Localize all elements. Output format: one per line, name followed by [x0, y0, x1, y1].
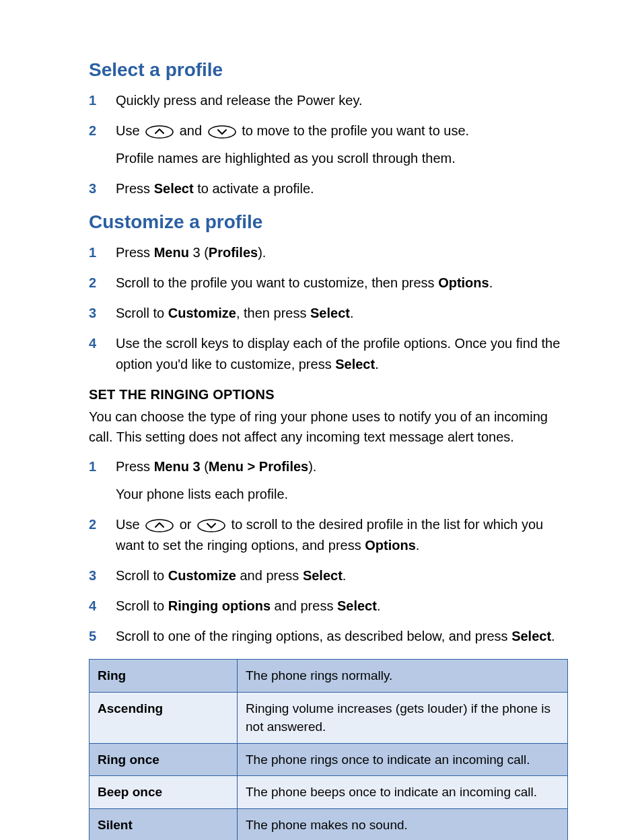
text: and	[180, 123, 206, 138]
step-number: 3	[89, 303, 96, 324]
text: .	[377, 598, 381, 613]
step: 1 Press Menu 3 (Menu > Profiles). Your p…	[89, 456, 568, 505]
step: 1 Quickly press and release the Power ke…	[89, 90, 568, 111]
step: 3 Scroll to Customize, then press Select…	[89, 303, 568, 324]
step-text: Use and to move to the profile you want …	[116, 123, 568, 169]
option-name: Silent	[90, 808, 238, 840]
text: Scroll to the profile you want to custom…	[116, 275, 438, 290]
step: 2 Use or to scroll to the desired profil…	[89, 514, 568, 556]
option-desc: The phone rings once to indicate an inco…	[238, 743, 568, 776]
text: Press	[116, 459, 154, 474]
step-subtext: Profile names are highlighted as you scr…	[116, 148, 568, 169]
step-text: Use the scroll keys to display each of t…	[116, 336, 560, 372]
step-text: Press Menu 3 (Profiles).	[116, 245, 266, 260]
text: .	[343, 568, 347, 583]
steps-customize-profile: 1 Press Menu 3 (Profiles). 2 Scroll to t…	[89, 242, 568, 375]
table-row: Silent The phone makes no sound.	[90, 808, 568, 840]
step: 4 Scroll to Ringing options and press Se…	[89, 596, 568, 617]
scroll-up-icon	[145, 518, 174, 533]
step-text: Press Select to activate a profile.	[116, 181, 314, 196]
table-row: Ring The phone rings normally.	[90, 660, 568, 693]
step: 5 Scroll to one of the ringing options, …	[89, 626, 568, 647]
text: Scroll to	[116, 598, 168, 613]
text: Scroll to	[116, 568, 168, 583]
text: Use	[116, 123, 143, 138]
text: ).	[258, 245, 266, 260]
text: 3 (	[189, 245, 209, 260]
text: to activate a profile.	[194, 181, 314, 196]
table-row: Ring once The phone rings once to indica…	[90, 743, 568, 776]
step-text: Scroll to one of the ringing options, as…	[116, 629, 555, 643]
option-desc: The phone rings normally.	[238, 660, 568, 693]
text: Press	[116, 245, 154, 260]
text: .	[551, 629, 555, 643]
step: 4 Use the scroll keys to display each of…	[89, 333, 568, 375]
text-bold: Select	[154, 181, 194, 196]
step-subtext: Your phone lists each profile.	[116, 484, 568, 505]
step-text: Use or to scroll to the desired profile …	[116, 517, 543, 553]
text-bold: Select	[310, 306, 350, 320]
text: and press	[236, 568, 303, 583]
text: to move to the profile you want to use.	[242, 123, 469, 138]
ringing-options-table: Ring The phone rings normally. Ascending…	[89, 659, 568, 840]
text-bold: Options	[365, 538, 416, 553]
step: 1 Press Menu 3 (Profiles).	[89, 242, 568, 263]
step: 2 Use and to move to the profile you wan…	[89, 120, 568, 169]
step: 2 Scroll to the profile you want to cust…	[89, 273, 568, 293]
text-bold: Customize	[168, 306, 236, 320]
text-bold: Menu 3	[154, 459, 201, 474]
step-text: Quickly press and release the Power key.	[116, 93, 362, 108]
step-number: 1	[89, 456, 96, 477]
text-bold: Select	[511, 629, 551, 643]
text: Use	[116, 517, 143, 532]
option-desc: Ringing volume increases (gets louder) i…	[238, 692, 568, 743]
option-name: Ascending	[90, 692, 238, 743]
text-bold: Select	[303, 568, 343, 583]
heading-customize-profile: Customize a profile	[89, 211, 568, 233]
text: or	[180, 517, 195, 532]
step: 3 Scroll to Customize and press Select.	[89, 565, 568, 586]
text-bold: Menu	[154, 245, 189, 260]
intro-ringing-options: You can choose the type of ring your pho…	[89, 407, 568, 447]
text: .	[350, 306, 354, 320]
step-number: 2	[89, 120, 96, 141]
text: (	[201, 459, 209, 474]
option-name: Ring once	[90, 743, 238, 776]
text: Press	[116, 181, 154, 196]
step-text: Scroll to Customize and press Select.	[116, 568, 346, 583]
table-row: Beep once The phone beeps once to indica…	[90, 776, 568, 809]
scroll-up-icon	[145, 125, 174, 139]
text-bold: Select	[337, 598, 377, 613]
table-row: Ascending Ringing volume increases (gets…	[90, 692, 568, 743]
scroll-down-icon	[197, 518, 226, 533]
text: ).	[308, 459, 316, 474]
option-desc: The phone beeps once to indicate an inco…	[238, 776, 568, 809]
manual-page: Select a profile 1 Quickly press and rel…	[0, 0, 642, 840]
step-number: 3	[89, 178, 96, 199]
text-bold: Profiles	[209, 245, 258, 260]
text-bold: Select	[335, 357, 375, 372]
step-number: 2	[89, 514, 96, 535]
step-number: 4	[89, 333, 96, 354]
text-bold: Menu > Profiles	[209, 459, 308, 474]
text: , then press	[236, 306, 310, 320]
step: 3 Press Select to activate a profile.	[89, 178, 568, 199]
step-number: 5	[89, 626, 96, 647]
step-number: 1	[89, 242, 96, 263]
subheading-ringing-options: SET THE RINGING OPTIONS	[89, 387, 568, 403]
steps-ringing-options: 1 Press Menu 3 (Menu > Profiles). Your p…	[89, 456, 568, 647]
text: .	[489, 275, 493, 290]
svg-point-1	[209, 126, 236, 138]
step-text: Scroll to Ringing options and press Sele…	[116, 598, 380, 613]
text-bold: Options	[438, 275, 489, 290]
text-bold: Ringing options	[168, 598, 271, 613]
text: Scroll to one of the ringing options, as…	[116, 629, 511, 643]
step-text: Scroll to the profile you want to custom…	[116, 275, 493, 290]
option-name: Ring	[90, 660, 238, 693]
step-text: Press Menu 3 (Menu > Profiles). Your pho…	[116, 459, 568, 505]
step-number: 3	[89, 565, 96, 586]
step-number: 4	[89, 596, 96, 617]
option-desc: The phone makes no sound.	[238, 808, 568, 840]
step-number: 1	[89, 90, 96, 111]
scroll-down-icon	[207, 125, 237, 139]
